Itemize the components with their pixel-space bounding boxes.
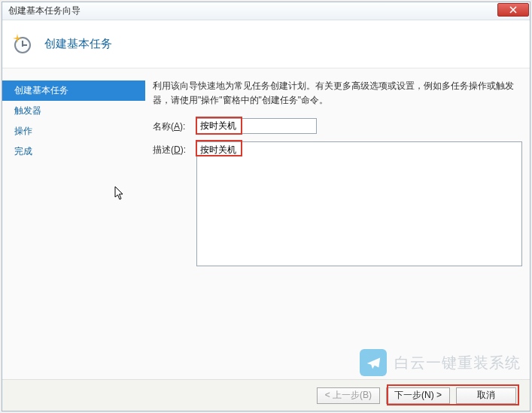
wizard-body: 创建基本任务 触发器 操作 完成 利用该向导快速地为常见任务创建计划。有关更多高… [2, 68, 530, 379]
intro-text: 利用该向导快速地为常见任务创建计划。有关更多高级选项或设置，例如多任务操作或触发… [153, 79, 518, 108]
name-label: 名称(A): [153, 118, 190, 133]
banner-heading: 创建基本任务 [44, 37, 112, 51]
wizard-clock-icon [13, 34, 34, 55]
close-button[interactable] [497, 3, 529, 17]
cancel-button[interactable]: 取消 [456, 387, 516, 404]
sidebar-item-label: 完成 [14, 146, 32, 156]
sidebar-item-label: 创建基本任务 [14, 85, 68, 96]
sidebar-item-label: 操作 [14, 126, 32, 136]
sidebar-item-create-basic-task[interactable]: 创建基本任务 [2, 80, 145, 101]
content-pane: 利用该向导快速地为常见任务创建计划。有关更多高级选项或设置，例如多任务操作或触发… [145, 68, 530, 379]
sidebar-item-label: 触发器 [14, 105, 41, 116]
wizard-window: 创建基本任务向导 创建基本任务 创建基本任务 触发器 操作 [2, 2, 530, 411]
back-button: < 上一步(B) [317, 387, 380, 404]
titlebar: 创建基本任务向导 [2, 2, 530, 20]
banner: 创建基本任务 [2, 20, 530, 68]
footer: < 上一步(B) 下一步(N) > 取消 [2, 379, 530, 411]
description-textarea[interactable] [196, 141, 522, 266]
close-icon [509, 6, 517, 14]
sidebar-item-finish[interactable]: 完成 [2, 141, 145, 162]
next-button[interactable]: 下一步(N) > [386, 387, 450, 404]
name-input-wrap [196, 118, 522, 134]
name-row: 名称(A): [153, 118, 522, 134]
name-input[interactable] [196, 118, 317, 134]
desc-label: 描述(D): [153, 141, 190, 156]
window-title: 创建基本任务向导 [8, 5, 81, 17]
sidebar-item-trigger[interactable]: 触发器 [2, 101, 145, 121]
desc-row: 描述(D): [153, 141, 522, 269]
sidebar: 创建基本任务 触发器 操作 完成 [2, 68, 145, 379]
sidebar-item-action[interactable]: 操作 [2, 121, 145, 141]
desc-area [196, 141, 522, 269]
